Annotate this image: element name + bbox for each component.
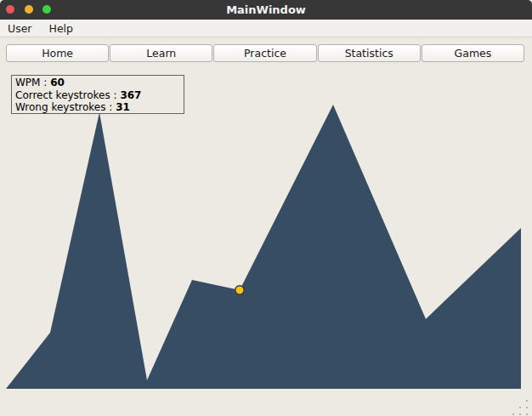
nav-button-games[interactable]: Games xyxy=(422,44,524,62)
nav-tabs: Home Learn Practice Statistics Games xyxy=(6,44,524,62)
stat-label: Correct keystrokes : xyxy=(15,89,120,101)
stat-value: 367 xyxy=(120,89,141,101)
stat-wpm: WPM : 60 xyxy=(15,77,184,89)
menubar: User Help xyxy=(0,20,532,37)
resize-grip[interactable] xyxy=(510,397,532,416)
grip-dots-icon xyxy=(526,413,528,415)
close-button[interactable] xyxy=(6,5,14,14)
titlebar: MainWindow xyxy=(0,0,532,20)
stats-box: WPM : 60 Correct keystrokes : 367 Wrong … xyxy=(11,75,184,114)
stat-value: 31 xyxy=(116,101,130,113)
data-point-marker[interactable] xyxy=(235,286,244,294)
maximize-button[interactable] xyxy=(42,5,51,14)
nav-button-home[interactable]: Home xyxy=(6,44,109,62)
menu-user[interactable]: User xyxy=(0,20,41,37)
stat-wrong-keystrokes: Wrong keystrokes : 31 xyxy=(15,101,184,114)
window-title: MainWindow xyxy=(0,0,532,20)
stat-correct-keystrokes: Correct keystrokes : 367 xyxy=(15,89,184,102)
minimize-button[interactable] xyxy=(25,5,33,14)
stat-label: Wrong keystrokes : xyxy=(15,101,116,113)
menu-help[interactable]: Help xyxy=(41,20,82,37)
chart-area xyxy=(6,105,521,389)
stat-label: WPM : xyxy=(15,77,50,88)
nav-button-practice[interactable]: Practice xyxy=(213,44,316,62)
nav-button-learn[interactable]: Learn xyxy=(110,44,212,62)
nav-button-statistics[interactable]: Statistics xyxy=(318,44,421,62)
stat-value: 60 xyxy=(50,77,65,88)
